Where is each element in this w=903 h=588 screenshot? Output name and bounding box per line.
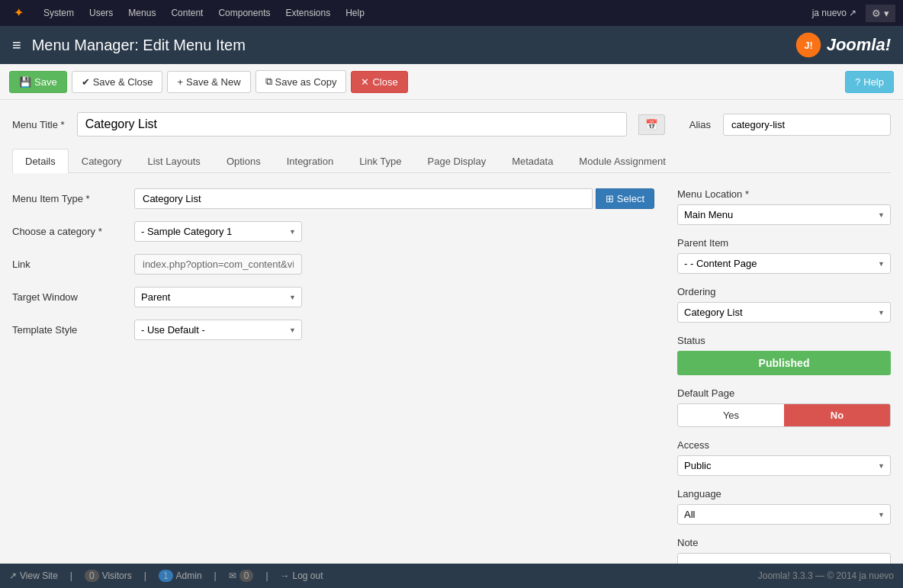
nav-system[interactable]: System [37,0,80,26]
target-window-field: Parent New Window Popup [134,287,654,307]
language-section: Language All [677,488,891,525]
menu-item-type-wrap: ⊞ Select [134,188,654,209]
tab-details[interactable]: Details [12,149,69,173]
help-button[interactable]: ? Help [845,71,894,93]
link-field [134,254,654,275]
svg-text:J!: J! [804,40,812,51]
template-style-field: - Use Default - [134,320,654,340]
note-label: Note [677,537,891,548]
access-label: Access [677,439,891,451]
view-site-link[interactable]: ↗ View Site [9,570,58,581]
nav-extensions[interactable]: Extensions [279,0,336,26]
footer-version: Joomla! 3.3.3 — © 2014 ja nuevo [758,570,894,581]
alias-label: Alias [689,119,711,130]
target-window-select[interactable]: Parent New Window Popup [134,287,302,307]
tab-integration[interactable]: Integration [274,149,346,173]
joomla-logo: J! Joomla! [795,31,891,59]
close-button[interactable]: ✕ Close [351,71,407,93]
footer-divider-3: | [214,570,217,581]
tab-link-type[interactable]: Link Type [346,149,414,173]
template-style-row: Template Style - Use Default - [12,320,654,340]
ordering-label: Ordering [677,286,891,297]
copy-icon: ⧉ [265,76,272,88]
menu-item-type-label: Menu Item Type * [12,193,134,204]
calendar-button[interactable]: 📅 [638,114,665,135]
parent-item-select[interactable]: - - Content Page [677,253,891,274]
nav-users[interactable]: Users [83,0,119,26]
template-style-label: Template Style [12,324,134,336]
default-page-label: Default Page [677,387,891,399]
language-select[interactable]: All [677,504,891,525]
select-type-button[interactable]: ⊞ Select [596,188,654,209]
footer-divider-1: | [70,570,72,581]
ordering-select[interactable]: Category List [677,302,891,323]
save-icon: 💾 [19,76,31,88]
tab-page-display[interactable]: Page Display [415,149,500,173]
default-page-no-button[interactable]: No [784,404,890,426]
nav-menus[interactable]: Menus [122,0,162,26]
title-bar: ≡ Menu Manager: Edit Menu Item J! Joomla… [0,26,903,64]
alias-input[interactable] [723,114,891,136]
plus-icon: + [177,76,183,88]
gear-button[interactable]: ⚙ ▾ [866,5,895,22]
admin-badge: 1 [159,570,173,582]
nav-components[interactable]: Components [212,0,276,26]
save-copy-button[interactable]: ⧉ Save as Copy [255,70,347,93]
joomla-icon: ✦ [8,0,30,26]
tabs: Details Category List Layouts Options In… [12,149,891,173]
mail-icon: ✉ [229,570,236,581]
tab-module-assignment[interactable]: Module Assignment [566,149,678,173]
access-section: Access Public Registered Special [677,439,891,476]
form-body: Menu Item Type * ⊞ Select Choose a categ… [12,188,891,586]
menu-hamburger-icon: ≡ [12,37,21,54]
visitors-label: Visitors [102,570,132,581]
status-label: Status [677,335,891,346]
nav-help[interactable]: Help [339,0,371,26]
admin-item: 1 Admin [159,570,202,582]
choose-category-select[interactable]: - Sample Category 1 [134,221,302,242]
user-link[interactable]: ja nuevo ↗ [806,0,863,26]
menu-location-select[interactable]: Main Menu [677,204,891,225]
toolbar: 💾 Save ✔ Save & Close + Save & New ⧉ Sav… [0,64,903,100]
tab-list-layouts[interactable]: List Layouts [135,149,214,173]
save-close-button[interactable]: ✔ Save & Close [72,71,163,93]
tab-options[interactable]: Options [214,149,274,173]
menu-location-section: Menu Location * Main Menu [677,188,891,225]
menu-item-type-field-wrapper: ⊞ Select [134,188,654,209]
access-select[interactable]: Public Registered Special [677,455,891,476]
mail-badge: 0 [239,570,254,582]
footer-divider-4: | [265,570,268,581]
footer-left: ↗ View Site | 0 Visitors | 1 Admin | ✉ 0… [9,570,323,582]
menu-title-input[interactable] [77,112,627,137]
save-button[interactable]: 💾 Save [9,71,67,93]
grid-icon: ⊞ [606,193,614,204]
menu-location-label: Menu Location * [677,188,891,200]
tab-category[interactable]: Category [69,149,135,173]
menu-item-type-row: Menu Item Type * ⊞ Select [12,188,654,209]
tab-metadata[interactable]: Metadata [499,149,566,173]
status-button[interactable]: Published [677,351,891,375]
status-section: Status Published [677,335,891,375]
default-page-section: Default Page Yes No [677,387,891,427]
ordering-section: Ordering Category List [677,286,891,323]
joomla-logo-text: Joomla! [827,35,891,55]
footer-divider-2: | [144,570,146,581]
logout-icon: → [281,570,290,581]
form-left: Menu Item Type * ⊞ Select Choose a categ… [12,188,654,586]
default-page-yes-button[interactable]: Yes [678,404,784,426]
save-new-button[interactable]: + Save & New [167,71,250,93]
content-wrapper: Menu Title * 📅 Alias Details Category Li… [0,100,903,588]
menu-item-type-input [134,188,593,209]
link-input [134,254,302,275]
choose-category-label: Choose a category * [12,226,134,237]
link-row: Link [12,254,654,275]
footer: ↗ View Site | 0 Visitors | 1 Admin | ✉ 0… [0,564,903,588]
language-label: Language [677,488,891,500]
template-style-select[interactable]: - Use Default - [134,320,302,340]
view-site-icon: ↗ [9,570,17,581]
top-navigation: ✦ System Users Menus Content Components … [0,0,903,26]
page-title: Menu Manager: Edit Menu Item [32,37,795,54]
help-icon: ? [855,76,860,88]
nav-content[interactable]: Content [165,0,209,26]
logout-link[interactable]: → Log out [281,570,323,581]
